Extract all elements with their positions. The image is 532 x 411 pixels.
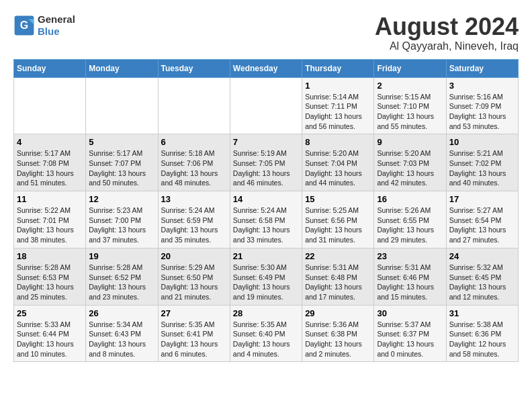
calendar-cell: 9Sunrise: 5:20 AM Sunset: 7:03 PM Daylig… — [374, 134, 446, 191]
calendar-cell: 24Sunrise: 5:32 AM Sunset: 6:45 PM Dayli… — [446, 248, 518, 305]
calendar-week-5: 25Sunrise: 5:33 AM Sunset: 6:44 PM Dayli… — [14, 305, 519, 362]
calendar-cell: 30Sunrise: 5:37 AM Sunset: 6:37 PM Dayli… — [374, 305, 446, 362]
day-info: Sunrise: 5:35 AM Sunset: 6:41 PM Dayligh… — [161, 320, 227, 359]
calendar-cell: 27Sunrise: 5:35 AM Sunset: 6:41 PM Dayli… — [158, 305, 230, 362]
svg-text:G: G — [20, 19, 28, 31]
day-info: Sunrise: 5:32 AM Sunset: 6:45 PM Dayligh… — [449, 263, 515, 302]
day-info: Sunrise: 5:20 AM Sunset: 7:03 PM Dayligh… — [377, 148, 443, 188]
calendar-cell: 8Sunrise: 5:20 AM Sunset: 7:04 PM Daylig… — [302, 134, 374, 191]
day-number: 7 — [233, 137, 299, 147]
day-info: Sunrise: 5:24 AM Sunset: 6:59 PM Dayligh… — [161, 205, 227, 245]
calendar-cell: 21Sunrise: 5:30 AM Sunset: 6:49 PM Dayli… — [230, 248, 302, 305]
calendar-cell: 4Sunrise: 5:17 AM Sunset: 7:08 PM Daylig… — [14, 134, 86, 191]
calendar-header: Sunday Monday Tuesday Wednesday Thursday… — [14, 59, 519, 77]
day-number: 17 — [449, 194, 515, 204]
day-number: 11 — [17, 194, 83, 204]
calendar-cell — [230, 77, 302, 134]
day-number: 21 — [233, 251, 299, 261]
day-info: Sunrise: 5:16 AM Sunset: 7:09 PM Dayligh… — [449, 92, 515, 132]
day-info: Sunrise: 5:28 AM Sunset: 6:53 PM Dayligh… — [17, 263, 83, 302]
day-number: 3 — [449, 81, 515, 91]
calendar-cell: 31Sunrise: 5:38 AM Sunset: 6:36 PM Dayli… — [446, 305, 518, 362]
calendar-cell: 1Sunrise: 5:14 AM Sunset: 7:11 PM Daylig… — [302, 77, 374, 134]
header-row: Sunday Monday Tuesday Wednesday Thursday… — [14, 59, 519, 77]
day-number: 23 — [377, 251, 443, 261]
header-friday: Friday — [374, 59, 446, 77]
calendar-cell: 15Sunrise: 5:25 AM Sunset: 6:56 PM Dayli… — [302, 191, 374, 248]
calendar-body: 1Sunrise: 5:14 AM Sunset: 7:11 PM Daylig… — [14, 77, 519, 362]
day-info: Sunrise: 5:20 AM Sunset: 7:04 PM Dayligh… — [305, 148, 371, 188]
day-info: Sunrise: 5:28 AM Sunset: 6:52 PM Dayligh… — [89, 263, 154, 302]
day-number: 12 — [89, 194, 154, 204]
day-number: 28 — [233, 308, 299, 318]
day-number: 2 — [377, 81, 443, 91]
day-info: Sunrise: 5:37 AM Sunset: 6:37 PM Dayligh… — [377, 320, 443, 359]
day-info: Sunrise: 5:24 AM Sunset: 6:58 PM Dayligh… — [233, 205, 299, 245]
day-info: Sunrise: 5:15 AM Sunset: 7:10 PM Dayligh… — [377, 92, 443, 132]
calendar-cell: 5Sunrise: 5:17 AM Sunset: 7:07 PM Daylig… — [86, 134, 158, 191]
calendar-cell: 14Sunrise: 5:24 AM Sunset: 6:58 PM Dayli… — [230, 191, 302, 248]
logo-blue: Blue — [38, 26, 60, 37]
day-info: Sunrise: 5:29 AM Sunset: 6:50 PM Dayligh… — [161, 263, 227, 302]
calendar-cell: 10Sunrise: 5:21 AM Sunset: 7:02 PM Dayli… — [446, 134, 518, 191]
day-info: Sunrise: 5:17 AM Sunset: 7:07 PM Dayligh… — [89, 148, 154, 188]
calendar-cell: 16Sunrise: 5:26 AM Sunset: 6:55 PM Dayli… — [374, 191, 446, 248]
day-number: 9 — [377, 137, 443, 147]
day-info: Sunrise: 5:26 AM Sunset: 6:55 PM Dayligh… — [377, 205, 443, 245]
logo: G General Blue — [13, 13, 75, 38]
logo-general: General — [38, 13, 75, 25]
calendar-cell: 17Sunrise: 5:27 AM Sunset: 6:54 PM Dayli… — [446, 191, 518, 248]
calendar-cell — [86, 77, 158, 134]
header-thursday: Thursday — [302, 59, 374, 77]
day-info: Sunrise: 5:38 AM Sunset: 6:36 PM Dayligh… — [449, 320, 515, 359]
day-info: Sunrise: 5:22 AM Sunset: 7:01 PM Dayligh… — [17, 205, 83, 245]
calendar-cell: 11Sunrise: 5:22 AM Sunset: 7:01 PM Dayli… — [14, 191, 86, 248]
header-tuesday: Tuesday — [158, 59, 230, 77]
day-info: Sunrise: 5:34 AM Sunset: 6:43 PM Dayligh… — [89, 320, 154, 359]
subtitle: Al Qayyarah, Nineveh, Iraq — [375, 40, 519, 52]
day-number: 10 — [449, 137, 515, 147]
calendar-cell: 20Sunrise: 5:29 AM Sunset: 6:50 PM Dayli… — [158, 248, 230, 305]
day-number: 15 — [305, 194, 371, 204]
page-header: G General Blue August 2024 Al Qayyarah, … — [13, 13, 519, 52]
calendar-cell: 22Sunrise: 5:31 AM Sunset: 6:48 PM Dayli… — [302, 248, 374, 305]
day-number: 26 — [89, 308, 154, 318]
day-number: 16 — [377, 194, 443, 204]
day-info: Sunrise: 5:23 AM Sunset: 7:00 PM Dayligh… — [89, 205, 154, 245]
calendar-table: Sunday Monday Tuesday Wednesday Thursday… — [13, 59, 519, 363]
day-number: 5 — [89, 137, 154, 147]
day-number: 1 — [305, 81, 371, 91]
day-info: Sunrise: 5:18 AM Sunset: 7:06 PM Dayligh… — [161, 148, 227, 188]
logo-text: General Blue — [38, 13, 75, 38]
day-info: Sunrise: 5:31 AM Sunset: 6:46 PM Dayligh… — [377, 263, 443, 302]
calendar-cell: 6Sunrise: 5:18 AM Sunset: 7:06 PM Daylig… — [158, 134, 230, 191]
day-info: Sunrise: 5:31 AM Sunset: 6:48 PM Dayligh… — [305, 263, 371, 302]
calendar-week-1: 1Sunrise: 5:14 AM Sunset: 7:11 PM Daylig… — [14, 77, 519, 134]
calendar-cell — [158, 77, 230, 134]
day-number: 25 — [17, 308, 83, 318]
day-info: Sunrise: 5:19 AM Sunset: 7:05 PM Dayligh… — [233, 148, 299, 188]
calendar-cell: 28Sunrise: 5:35 AM Sunset: 6:40 PM Dayli… — [230, 305, 302, 362]
main-title: August 2024 — [375, 13, 519, 40]
calendar-cell: 3Sunrise: 5:16 AM Sunset: 7:09 PM Daylig… — [446, 77, 518, 134]
day-number: 19 — [89, 251, 154, 261]
day-info: Sunrise: 5:35 AM Sunset: 6:40 PM Dayligh… — [233, 320, 299, 359]
day-info: Sunrise: 5:27 AM Sunset: 6:54 PM Dayligh… — [449, 205, 515, 245]
header-monday: Monday — [86, 59, 158, 77]
calendar-cell: 7Sunrise: 5:19 AM Sunset: 7:05 PM Daylig… — [230, 134, 302, 191]
calendar-week-2: 4Sunrise: 5:17 AM Sunset: 7:08 PM Daylig… — [14, 134, 519, 191]
calendar-cell: 29Sunrise: 5:36 AM Sunset: 6:38 PM Dayli… — [302, 305, 374, 362]
day-info: Sunrise: 5:25 AM Sunset: 6:56 PM Dayligh… — [305, 205, 371, 245]
calendar-cell: 13Sunrise: 5:24 AM Sunset: 6:59 PM Dayli… — [158, 191, 230, 248]
day-info: Sunrise: 5:17 AM Sunset: 7:08 PM Dayligh… — [17, 148, 83, 188]
calendar-week-4: 18Sunrise: 5:28 AM Sunset: 6:53 PM Dayli… — [14, 248, 519, 305]
calendar-cell: 12Sunrise: 5:23 AM Sunset: 7:00 PM Dayli… — [86, 191, 158, 248]
calendar-cell: 2Sunrise: 5:15 AM Sunset: 7:10 PM Daylig… — [374, 77, 446, 134]
day-number: 20 — [161, 251, 227, 261]
day-info: Sunrise: 5:21 AM Sunset: 7:02 PM Dayligh… — [449, 148, 515, 188]
day-info: Sunrise: 5:36 AM Sunset: 6:38 PM Dayligh… — [305, 320, 371, 359]
calendar-cell: 18Sunrise: 5:28 AM Sunset: 6:53 PM Dayli… — [14, 248, 86, 305]
day-number: 24 — [449, 251, 515, 261]
day-number: 13 — [161, 194, 227, 204]
day-number: 4 — [17, 137, 83, 147]
